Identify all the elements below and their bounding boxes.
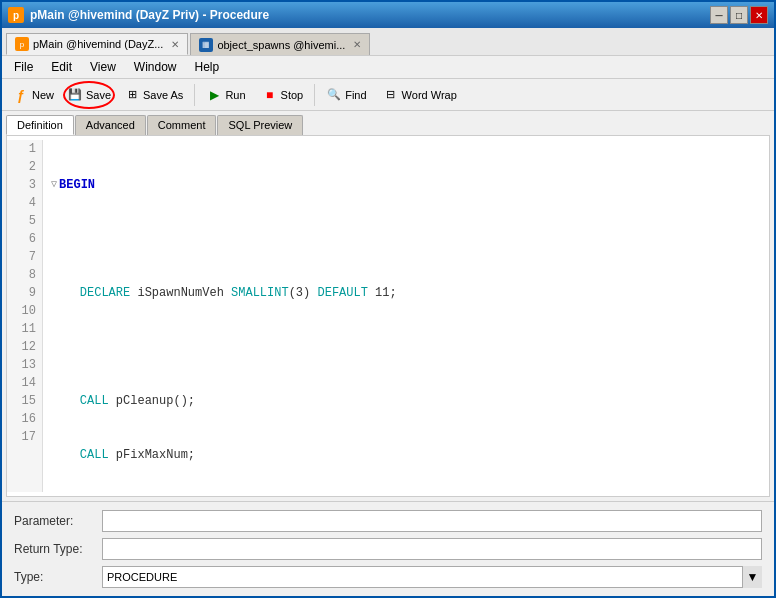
content-area: 1 2 3 4 5 6 7 8 9 10 11 12 13 14 15 16 1…: [6, 135, 770, 497]
run-icon: ▶: [206, 87, 222, 103]
stop-icon: ■: [262, 87, 278, 103]
tab-spawns-close[interactable]: ✕: [353, 39, 361, 50]
toolbar: ƒ New 💾 Save ⊞ Save As ▶ Run ■ Stop 🔍 Fi…: [2, 79, 774, 111]
code-editor[interactable]: 1 2 3 4 5 6 7 8 9 10 11 12 13 14 15 16 1…: [7, 136, 769, 496]
save-as-button[interactable]: ⊞ Save As: [117, 83, 190, 107]
find-label: Find: [345, 89, 366, 101]
new-button[interactable]: ƒ New: [6, 83, 61, 107]
code-line-3: DECLARE iSpawnNumVeh SMALLINT(3) DEFAULT…: [51, 284, 761, 302]
type-row: Type: PROCEDURE FUNCTION ▼: [14, 566, 762, 588]
return-type-row: Return Type:: [14, 538, 762, 560]
tab-pmain[interactable]: p pMain @hivemind (DayZ... ✕: [6, 33, 188, 55]
app-icon: p: [8, 7, 24, 23]
save-as-label: Save As: [143, 89, 183, 101]
stop-label: Stop: [281, 89, 304, 101]
tab-pmain-close[interactable]: ✕: [171, 39, 179, 50]
type-label: Type:: [14, 570, 94, 584]
new-label: New: [32, 89, 54, 101]
tab-spawns-label: object_spawns @hivemi...: [217, 39, 345, 51]
menu-help[interactable]: Help: [187, 58, 228, 76]
code-line-1: ▽BEGIN: [51, 176, 761, 194]
close-button[interactable]: ✕: [750, 6, 768, 24]
find-icon: 🔍: [326, 87, 342, 103]
line-numbers: 1 2 3 4 5 6 7 8 9 10 11 12 13 14 15 16 1…: [7, 140, 43, 492]
tab-comment[interactable]: Comment: [147, 115, 217, 135]
tab-pmain-label: pMain @hivemind (DayZ...: [33, 38, 163, 50]
tab-definition[interactable]: Definition: [6, 115, 74, 135]
bottom-panel: Parameter: Return Type: Type: PROCEDURE …: [2, 501, 774, 596]
toolbar-separator-2: [314, 84, 315, 106]
menu-view[interactable]: View: [82, 58, 124, 76]
code-line-6: CALL pFixMaxNum;: [51, 446, 761, 464]
minimize-button[interactable]: ─: [710, 6, 728, 24]
toolbar-separator-1: [194, 84, 195, 106]
menu-edit[interactable]: Edit: [43, 58, 80, 76]
tab-pmain-icon: p: [15, 37, 29, 51]
main-window: p pMain @hivemind (DayZ Priv) - Procedur…: [0, 0, 776, 598]
save-label: Save: [86, 89, 111, 101]
window-controls: ─ □ ✕: [710, 6, 768, 24]
title-bar: p pMain @hivemind (DayZ Priv) - Procedur…: [2, 2, 774, 28]
tab-advanced[interactable]: Advanced: [75, 115, 146, 135]
title-bar-left: p pMain @hivemind (DayZ Priv) - Procedur…: [8, 7, 269, 23]
save-button-circle[interactable]: 💾 Save: [63, 81, 115, 109]
parameter-label: Parameter:: [14, 514, 94, 528]
parameter-row: Parameter:: [14, 510, 762, 532]
code-content[interactable]: ▽BEGIN DECLARE iSpawnNumVeh SMALLINT(3) …: [43, 140, 769, 492]
type-select-wrap: PROCEDURE FUNCTION ▼: [102, 566, 762, 588]
menu-file[interactable]: File: [6, 58, 41, 76]
find-button[interactable]: 🔍 Find: [319, 83, 373, 107]
save-button[interactable]: 💾 Save: [61, 83, 117, 107]
inner-tab-bar: Definition Advanced Comment SQL Preview: [2, 111, 774, 135]
tab-bar: p pMain @hivemind (DayZ... ✕ ▦ object_sp…: [2, 28, 774, 56]
save-icon: 💾: [67, 87, 83, 103]
save-as-icon: ⊞: [124, 87, 140, 103]
return-type-label: Return Type:: [14, 542, 94, 556]
parameter-input[interactable]: [102, 510, 762, 532]
tab-sql-preview[interactable]: SQL Preview: [217, 115, 303, 135]
word-wrap-label: Word Wrap: [402, 89, 457, 101]
run-label: Run: [225, 89, 245, 101]
menu-window[interactable]: Window: [126, 58, 185, 76]
menu-bar: File Edit View Window Help: [2, 56, 774, 79]
run-button[interactable]: ▶ Run: [199, 83, 252, 107]
return-type-input[interactable]: [102, 538, 762, 560]
window-title: pMain @hivemind (DayZ Priv) - Procedure: [30, 8, 269, 22]
code-line-5: CALL pCleanup();: [51, 392, 761, 410]
tab-object-spawns[interactable]: ▦ object_spawns @hivemi... ✕: [190, 33, 370, 55]
new-icon: ƒ: [13, 87, 29, 103]
code-line-2: [51, 230, 761, 248]
word-wrap-button[interactable]: ⊟ Word Wrap: [376, 83, 464, 107]
word-wrap-icon: ⊟: [383, 87, 399, 103]
maximize-button[interactable]: □: [730, 6, 748, 24]
tab-spawns-icon: ▦: [199, 38, 213, 52]
type-select[interactable]: PROCEDURE FUNCTION: [102, 566, 762, 588]
stop-button[interactable]: ■ Stop: [255, 83, 311, 107]
code-line-4: [51, 338, 761, 356]
